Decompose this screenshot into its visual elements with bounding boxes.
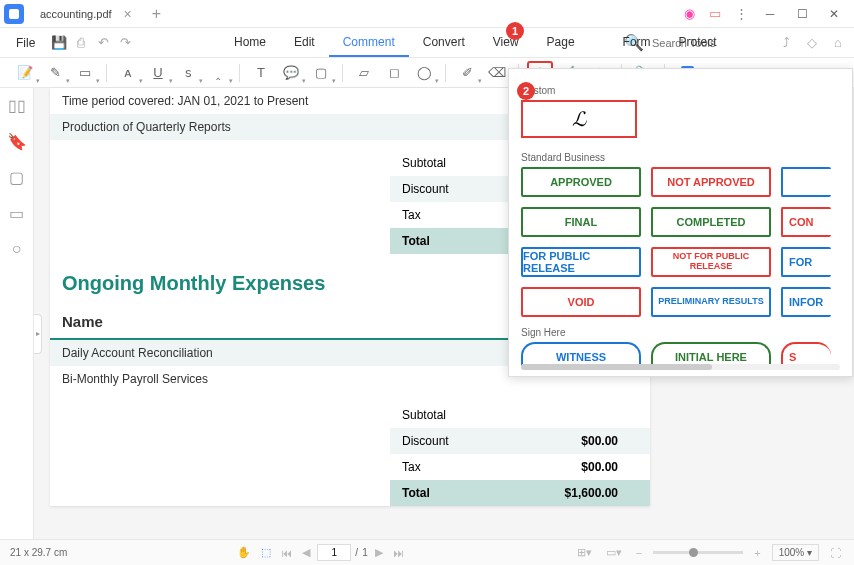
tab-convert[interactable]: Convert bbox=[409, 29, 479, 57]
area-highlight-tool[interactable]: ▭ bbox=[72, 61, 98, 85]
zoom-slider[interactable] bbox=[653, 551, 743, 554]
undo-icon[interactable]: ↶ bbox=[95, 35, 111, 51]
thumbnails-icon[interactable]: ▯▯ bbox=[8, 96, 26, 114]
callout-tool[interactable]: 💬 bbox=[278, 61, 304, 85]
maximize-button[interactable]: ☐ bbox=[790, 4, 814, 24]
file-menu[interactable]: File bbox=[8, 36, 43, 50]
tax2-label: Tax bbox=[402, 460, 522, 474]
stamp-panel: Custom ℒ Standard Business APPROVED NOT … bbox=[508, 68, 853, 377]
user-icon[interactable]: ◉ bbox=[680, 5, 698, 23]
stamp-s[interactable]: S bbox=[781, 342, 831, 366]
total1-label: Total bbox=[402, 234, 522, 248]
sign-label: Sign Here bbox=[521, 327, 840, 338]
attachments-icon[interactable]: ▢ bbox=[8, 168, 26, 186]
page-navigation: ✋ ⬚ ⏮ ◀ / 1 ▶ ⏭ bbox=[234, 544, 406, 561]
print-icon[interactable]: ⎙ bbox=[73, 35, 89, 51]
add-tab-button[interactable]: + bbox=[144, 6, 169, 22]
underline-tool[interactable]: U bbox=[145, 61, 171, 85]
tab-filename: accounting.pdf bbox=[40, 8, 112, 20]
next-page-button[interactable]: ▶ bbox=[372, 546, 386, 559]
tab-home[interactable]: Home bbox=[220, 29, 280, 57]
layout-icon[interactable]: ▭▾ bbox=[603, 546, 625, 559]
custom-stamp-signature[interactable]: ℒ bbox=[521, 100, 637, 138]
fit-width-icon[interactable]: ⊞▾ bbox=[574, 546, 595, 559]
hand-tool-icon[interactable]: ✋ bbox=[234, 546, 254, 559]
tab-comment[interactable]: Comment bbox=[329, 29, 409, 57]
pencil-tool[interactable]: ✐ bbox=[454, 61, 480, 85]
page-number-input[interactable] bbox=[317, 544, 351, 561]
strikethrough-tool[interactable]: ꜱ bbox=[175, 61, 201, 85]
stamp-con[interactable]: CON bbox=[781, 207, 831, 237]
callout-1: 1 bbox=[506, 22, 524, 40]
stamp-initial[interactable]: INITIAL HERE bbox=[651, 342, 771, 366]
stamp-preliminary[interactable]: PRELIMINARY RESULTS bbox=[651, 287, 771, 317]
tab-form[interactable]: Form bbox=[609, 29, 665, 57]
stamp-final[interactable]: FINAL bbox=[521, 207, 641, 237]
panel-scrollbar[interactable] bbox=[521, 364, 840, 370]
shape-tool-1[interactable]: ▱ bbox=[351, 61, 377, 85]
cloud-icon[interactable]: ◇ bbox=[804, 35, 820, 51]
close-window-button[interactable]: ✕ bbox=[822, 4, 846, 24]
page-dimensions: 21 x 29.7 cm bbox=[10, 547, 67, 558]
callout-2: 2 bbox=[517, 82, 535, 100]
stamp-completed[interactable]: COMPLETED bbox=[651, 207, 771, 237]
share-icon[interactable]: ⤴ bbox=[778, 35, 794, 51]
select-tool-icon[interactable]: ⬚ bbox=[258, 546, 274, 559]
stamp-void[interactable]: VOID bbox=[521, 287, 641, 317]
menu-tabs: Home Edit Comment Convert View Page l Fo… bbox=[220, 29, 731, 57]
sign-stamps-grid: WITNESS INITIAL HERE S bbox=[521, 342, 840, 366]
discount2-value: $00.00 bbox=[522, 434, 638, 448]
titlebar: accounting.pdf × + ◉ ▭ ⋮ ─ ☐ ✕ bbox=[0, 0, 854, 28]
bookmarks-icon[interactable]: 🔖 bbox=[8, 132, 26, 150]
stamp-infor[interactable]: INFOR bbox=[781, 287, 831, 317]
stamp-for[interactable]: FOR bbox=[781, 247, 831, 277]
tab-protect[interactable]: Protect bbox=[665, 29, 731, 57]
prev-page-button[interactable]: ◀ bbox=[299, 546, 313, 559]
stamp-not-approved[interactable]: NOT APPROVED bbox=[651, 167, 771, 197]
close-tab-icon[interactable]: × bbox=[124, 7, 132, 21]
stamp-not-for-public[interactable]: NOT FOR PUBLIC RELEASE bbox=[651, 247, 771, 277]
zoom-in-button[interactable]: + bbox=[751, 547, 763, 559]
statusbar: 21 x 29.7 cm ✋ ⬚ ⏮ ◀ / 1 ▶ ⏭ ⊞▾ ▭▾ − + 1… bbox=[0, 539, 854, 565]
last-page-button[interactable]: ⏭ bbox=[390, 547, 407, 559]
more-icon[interactable]: ⋮ bbox=[732, 5, 750, 23]
page-sep: / bbox=[355, 547, 358, 558]
shape-tool-3[interactable]: ◯ bbox=[411, 61, 437, 85]
eraser-tool[interactable]: ⌫ bbox=[484, 61, 510, 85]
home-icon[interactable]: ⌂ bbox=[830, 35, 846, 51]
text-tool[interactable]: T bbox=[248, 61, 274, 85]
caret-tool[interactable]: ‸ bbox=[205, 61, 231, 85]
save-icon[interactable]: 💾 bbox=[51, 35, 67, 51]
first-page-button[interactable]: ⏮ bbox=[278, 547, 295, 559]
page-total: 1 bbox=[362, 547, 368, 558]
stamp-approved[interactable]: APPROVED bbox=[521, 167, 641, 197]
left-sidebar: ▯▯ 🔖 ▢ ▭ ○ bbox=[0, 88, 34, 539]
zoom-out-button[interactable]: − bbox=[633, 547, 645, 559]
tab-edit[interactable]: Edit bbox=[280, 29, 329, 57]
notification-icon[interactable]: ▭ bbox=[706, 5, 724, 23]
layers-icon[interactable]: ▭ bbox=[8, 204, 26, 222]
redo-icon[interactable]: ↷ bbox=[117, 35, 133, 51]
minimize-button[interactable]: ─ bbox=[758, 4, 782, 24]
search-panel-icon[interactable]: ○ bbox=[8, 240, 26, 258]
subtotal2-label: Subtotal bbox=[402, 408, 522, 422]
note-tool[interactable]: 📝 bbox=[12, 61, 38, 85]
expand-handle[interactable]: ▸ bbox=[34, 314, 42, 354]
stamp-witness[interactable]: WITNESS bbox=[521, 342, 641, 366]
tax2-value: $00.00 bbox=[522, 460, 638, 474]
discount1-label: Discount bbox=[402, 182, 522, 196]
stamp-partial-1[interactable] bbox=[781, 167, 831, 197]
stamp-for-public[interactable]: FOR PUBLIC RELEASE bbox=[521, 247, 641, 277]
file-tab[interactable]: accounting.pdf × bbox=[28, 0, 144, 27]
subtotal1-label: Subtotal bbox=[402, 156, 522, 170]
text-box-tool[interactable]: ▢ bbox=[308, 61, 334, 85]
tab-page[interactable]: Page bbox=[533, 29, 589, 57]
standard-label: Standard Business bbox=[521, 152, 840, 163]
highlight-tool[interactable]: ✎ bbox=[42, 61, 68, 85]
text-highlight-tool[interactable]: ᴀ bbox=[115, 61, 141, 85]
shape-tool-2[interactable]: ◻ bbox=[381, 61, 407, 85]
fullscreen-icon[interactable]: ⛶ bbox=[827, 547, 844, 559]
stamps-grid: APPROVED NOT APPROVED FINAL COMPLETED CO… bbox=[521, 167, 840, 317]
zoom-value[interactable]: 100% ▾ bbox=[772, 544, 819, 561]
menubar: File 💾 ⎙ ↶ ↷ Home Edit Comment Convert V… bbox=[0, 28, 854, 58]
